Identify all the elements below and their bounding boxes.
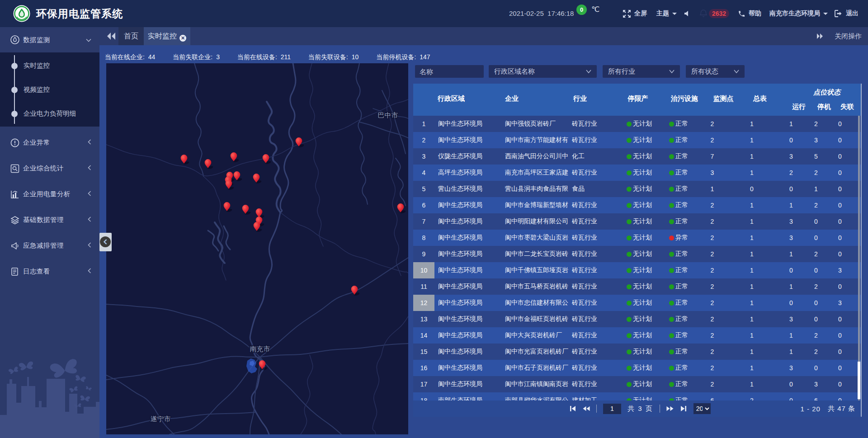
table-row[interactable]: 13 阆中生态环境局 阆中市金福旺页岩机砖 砖瓦行业 无计划 正常 2 1 3 …	[413, 311, 861, 327]
cell-run-count: 0	[778, 376, 805, 392]
table-row[interactable]: 10 阆中生态环境局 阆中千佛镇五郎垭页岩 砖瓦行业 无计划 正常 2 1 0 …	[413, 262, 861, 278]
table-row[interactable]: 16 阆中生态环境局 阆中市石子页岩机砖厂 砖瓦行业 无计划 正常 2 1 3 …	[413, 360, 861, 376]
next-page-button[interactable]	[666, 405, 674, 412]
tabs-scroll-right-button[interactable]	[816, 33, 823, 39]
cell-meter-count: 1	[726, 165, 778, 181]
sidebar-item-layers[interactable]: 基础数据管理	[0, 207, 99, 233]
fullscreen-button[interactable]: 全屏	[623, 0, 647, 27]
cell-company: 西南油气田分公司川中	[504, 148, 571, 165]
page-size-select[interactable]: 20	[693, 403, 711, 414]
col-header-industry[interactable]: 行业	[573, 94, 587, 103]
org-menu-button[interactable]: 南充市生态环境局	[769, 0, 828, 27]
sidebar-item-megaphone[interactable]: 应急减排管理	[0, 233, 99, 259]
cell-district: 南部生态环境局	[434, 392, 504, 400]
table-row[interactable]: 7 阆中生态环境局 阆中明阳建材有限公司 砖瓦行业 无计划 正常 2 1 3 0…	[413, 213, 861, 230]
cell-monitor-count: 3	[698, 165, 726, 181]
cell-meter-count: 1	[726, 148, 778, 165]
table-row[interactable]: 12 阆中生态环境局 阆中市忠信建材有限公 砖瓦行业 无计划 正常 2 1 0 …	[413, 295, 861, 311]
scrollbar-thumb[interactable]	[858, 362, 860, 399]
sidebar-subitem[interactable]: 视频监控	[0, 78, 99, 102]
sidebar-item-label: 企业用电量分析	[23, 190, 71, 198]
col-header-district[interactable]: 行政区域	[438, 94, 465, 103]
status-dot-icon	[627, 333, 632, 338]
map-collapse-button[interactable]	[99, 233, 112, 251]
status-dot-icon	[669, 252, 674, 257]
col-header-stop[interactable]: 停机	[817, 103, 831, 111]
status-dot-icon	[669, 154, 674, 159]
status-dot-icon	[669, 138, 674, 143]
prev-page-button[interactable]	[583, 405, 590, 412]
help-button[interactable]: 帮助	[738, 0, 761, 27]
stat-label: 当前失联设备:	[308, 53, 350, 61]
cell-offline-count: 0	[827, 165, 853, 181]
chevron-collapsed-icon	[88, 139, 91, 146]
map-canvas[interactable]: 巴中市南充市遂宁市	[106, 63, 408, 434]
tab-home[interactable]: 首页	[118, 27, 144, 45]
table-row[interactable]: 5 营山生态环境局 营山县润丰肉食品有限 食品 无计划 正常 1 0 0 1 0	[413, 181, 861, 197]
sidebar-item-alert-circle[interactable]: 企业异常	[0, 130, 99, 155]
col-header-point-status: 点位状态	[813, 88, 840, 97]
notifications-button[interactable]: 2632	[700, 0, 729, 27]
name-filter-input[interactable]	[415, 65, 484, 78]
table-row[interactable]: 9 阆中生态环境局 阆中市二龙长宝页岩砖 砖瓦行业 无计划 正常 2 1 1 2…	[413, 246, 861, 262]
table-row[interactable]: 1 阆中生态环境局 阆中强锐页岩砖厂 砖瓦行业 无计划 正常 2 1 1 2 0	[413, 116, 861, 132]
tab-realtime-monitor[interactable]: 实时监控✕	[144, 27, 190, 45]
table-row[interactable]: 15 阆中生态环境局 阆中市光富页岩机砖厂 砖瓦行业 无计划 正常 2 1 1 …	[413, 344, 861, 360]
sidebar-item-stats-search[interactable]: 企业综合统计	[0, 155, 99, 181]
cell-production-status: 无计划	[620, 295, 659, 311]
status-filter-select[interactable]: 所有状态	[686, 65, 745, 78]
col-header-production[interactable]: 停限产	[628, 94, 648, 103]
cell-stop-count: 0	[805, 230, 827, 246]
col-header-facility[interactable]: 治污设施	[671, 94, 698, 103]
cell-meter-count: 2	[726, 392, 778, 400]
tabs-scroll-left-button[interactable]	[106, 32, 116, 41]
tab-close-icon[interactable]: ✕	[179, 35, 186, 42]
table-row[interactable]: 18 南部生态环境局 南部县砌华水泥有限公 建材加工 无计划 正常 6 2 0 …	[413, 392, 861, 400]
table-row[interactable]: 14 阆中生态环境局 阆中大兴页岩机砖厂 砖瓦行业 无计划 正常 2 1 1 2…	[413, 327, 861, 344]
col-header-monitor[interactable]: 监测点	[713, 94, 734, 103]
cell-district: 营山生态环境局	[434, 181, 504, 197]
cell-production-status: 无计划	[620, 246, 659, 262]
table-row[interactable]: 8 阆中生态环境局 阆中市枣碧大梁山页岩 砖瓦行业 无计划 异常 2 1 3 0…	[413, 230, 861, 246]
cell-company: 阆中市金福旺页岩机砖	[504, 311, 571, 327]
col-header-offline[interactable]: 失联	[840, 103, 854, 111]
table-row[interactable]: 11 阆中生态环境局 阆中市五马桥页岩机砖 砖瓦行业 无计划 正常 2 1 1 …	[413, 278, 861, 295]
cell-monitor-count: 2	[698, 213, 726, 230]
col-header-run[interactable]: 运行	[792, 103, 806, 111]
table-row[interactable]: 4 高坪生态环境局 南充市高坪区王家店建 砖瓦行业 无计划 正常 3 1 2 2…	[413, 165, 861, 181]
logout-button[interactable]: 退出	[835, 0, 859, 27]
sidebar-item-log-file[interactable]: 日志查看	[0, 259, 99, 284]
cell-offline-count: 0	[827, 246, 853, 262]
col-header-company[interactable]: 企业	[505, 94, 519, 103]
table-scrollbar[interactable]	[858, 116, 860, 400]
last-page-button[interactable]	[680, 405, 687, 412]
cell-production-status: 无计划	[620, 392, 659, 400]
stat-value: 44	[148, 53, 156, 61]
table-row[interactable]: 3 仪陇生态环境局 西南油气田分公司川中 化工 无计划 正常 7 1 3 5 0	[413, 148, 861, 165]
cell-district: 阆中生态环境局	[434, 311, 504, 327]
stat-item: 当前停机设备: 147	[376, 53, 430, 61]
table-row[interactable]: 2 阆中生态环境局 阆中市南方节能建材有 砖瓦行业 无计划 正常 2 1 0 3…	[413, 132, 861, 148]
table-row[interactable]: 6 阆中生态环境局 阆中市金博瑞新型墙材 砖瓦行业 无计划 正常 2 1 1 2…	[413, 197, 861, 213]
sidebar-subitem-label: 企业电力负荷明细	[24, 109, 76, 118]
col-header-meter[interactable]: 总表	[753, 94, 767, 103]
status-dot-icon	[627, 252, 632, 257]
page-number-input[interactable]	[603, 404, 621, 414]
table-row[interactable]: 17 阆中生态环境局 阆中市江南镇阆南页岩 砖瓦行业 无计划 正常 2 1 0 …	[413, 376, 861, 392]
industry-filter-select[interactable]: 所有行业	[603, 65, 680, 78]
cell-run-count: 3	[778, 311, 805, 327]
first-page-button[interactable]	[569, 405, 576, 412]
sidebar-item-data-monitor[interactable]: 数据监测	[0, 27, 99, 52]
mute-button[interactable]	[684, 0, 690, 27]
cell-monitor-count: 2	[698, 311, 726, 327]
chevron-collapsed-icon	[88, 165, 91, 172]
map-panel[interactable]: 巴中市南充市遂宁市	[106, 63, 408, 434]
sidebar-subitem[interactable]: 企业电力负荷明细	[0, 102, 99, 126]
theme-menu-button[interactable]: 主题	[656, 0, 677, 27]
sidebar-subitem[interactable]: 实时监控	[0, 54, 99, 78]
cell-company: 阆中强锐页岩砖厂	[504, 116, 571, 132]
region-filter-select[interactable]: 行政区域名称	[489, 65, 597, 78]
close-operations-button[interactable]: 关闭操作	[835, 32, 862, 41]
cell-run-count: 2	[778, 165, 805, 181]
sidebar-item-bar-chart[interactable]: 企业用电量分析	[0, 181, 99, 207]
